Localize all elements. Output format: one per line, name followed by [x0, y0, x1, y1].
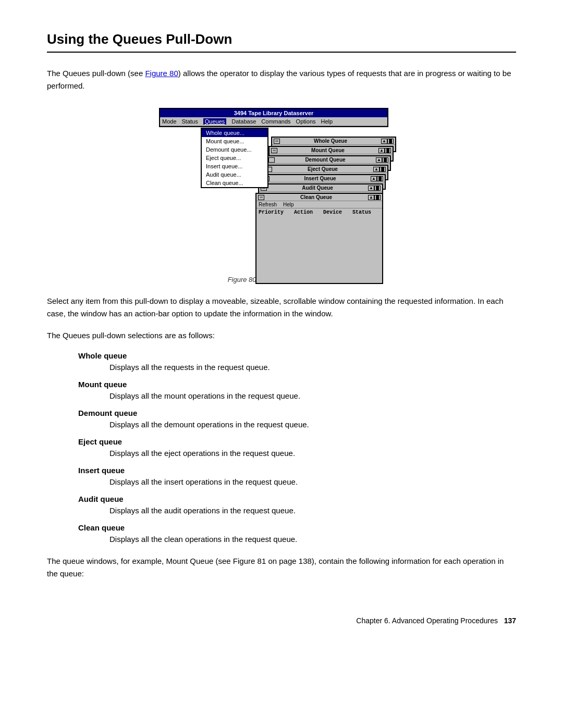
page-number: 137	[504, 616, 516, 625]
term-mount-queue: Mount queue	[78, 380, 516, 389]
term-whole-queue: Whole queue	[78, 351, 516, 360]
desc-demount-queue: Displays all the demount operations in t…	[109, 418, 516, 431]
insert-queue-title: Insert Queue	[270, 176, 371, 181]
page-content: Using the Queues Pull-Down The Queues pu…	[0, 0, 563, 656]
audit-queue-titlebar: ═ Audit Queue ▲ █	[259, 184, 382, 192]
audit-scroll-up[interactable]: ▲	[368, 186, 374, 191]
app-menubar: Mode Status Queues Database Commands Opt…	[160, 117, 387, 126]
insert-queue-titlebar: Insert Queue ▲ █	[262, 175, 385, 182]
demount-scroll-up[interactable]: ▲	[376, 157, 382, 163]
menu-status[interactable]: Status	[182, 118, 198, 125]
figure-box: 3494 Tape Library Dataserver Mode Status…	[159, 108, 404, 269]
clean-refresh-menu[interactable]: Refresh	[259, 202, 277, 207]
dropdown-clean-queue[interactable]: Clean queue...	[202, 179, 267, 187]
intro-text-before: The Queues pull-down (see	[47, 69, 145, 78]
col-device: Device	[323, 209, 342, 215]
demount-queue-titlebar: Demount Queue ▲ █	[267, 156, 390, 164]
demount-queue-title: Demount Queue	[275, 157, 376, 163]
insert-scroll-up[interactable]: ▲	[371, 176, 377, 181]
demount-minimize[interactable]	[268, 157, 275, 163]
audit-scroll-bar: █	[374, 186, 381, 191]
mount-queue-titlebar: ═ Mount Queue ▲ █	[270, 147, 393, 154]
page-footer: Chapter 6. Advanced Operating Procedures…	[47, 611, 516, 625]
whole-queue-titlebar: ═ Whole Queue ▲ █	[272, 138, 395, 145]
intro-paragraph: The Queues pull-down (see Figure 80) all…	[47, 67, 516, 92]
term-insert-queue: Insert queue	[78, 466, 516, 475]
clean-queue-menubar: Refresh Help	[256, 201, 382, 208]
col-action: Action	[294, 209, 313, 215]
desc-clean-queue: Displays all the clean operations in the…	[109, 533, 516, 546]
clean-queue-window: ═ Clean Queue ▲ █ Refresh Help Priority …	[255, 193, 383, 284]
term-clean-queue: Clean queue	[78, 523, 516, 532]
clean-help-menu[interactable]: Help	[283, 202, 294, 207]
mount-queue-scroll-up[interactable]: ▲	[378, 148, 385, 153]
definition-list: Whole queue Displays all the requests in…	[47, 351, 516, 546]
chapter-label: Chapter 6. Advanced Operating Procedures	[356, 616, 498, 625]
footer-text: The queue windows, for example, Mount Qu…	[47, 555, 516, 580]
queue-windows-stack: ═ Whole Queue ▲ █ ═ Mount Queue ▲ █	[255, 137, 396, 267]
section-title: Using the Queues Pull-Down	[47, 31, 516, 53]
whole-queue-minimize[interactable]: ═	[274, 139, 280, 144]
app-window: 3494 Tape Library Dataserver Mode Status…	[159, 108, 388, 127]
menu-queues[interactable]: Queues	[203, 118, 227, 125]
mount-queue-scroll-bar: █	[385, 148, 391, 153]
clean-queue-titlebar: ═ Clean Queue ▲ █	[256, 194, 382, 201]
clean-minimize[interactable]: ═	[258, 195, 264, 200]
term-demount-queue: Demount queue	[78, 409, 516, 417]
clean-scroll-bar: █	[374, 195, 381, 200]
mount-queue-title: Mount Queue	[277, 147, 378, 153]
desc1: Select any item from this pull-down to d…	[47, 295, 516, 320]
queues-dropdown: Whole queue... Mount queue... Demount qu…	[201, 128, 268, 188]
whole-queue-scroll-up[interactable]: ▲	[381, 139, 387, 144]
dropdown-whole-queue[interactable]: Whole queue...	[202, 129, 267, 137]
dropdown-insert-queue[interactable]: Insert queue...	[202, 162, 267, 170]
insert-scroll-bar: █	[377, 176, 383, 181]
term-audit-queue: Audit queue	[78, 495, 516, 503]
eject-scroll-up[interactable]: ▲	[373, 167, 380, 172]
eject-queue-title: Eject Queue	[272, 166, 373, 172]
whole-queue-scroll-bar: █	[387, 139, 394, 144]
dropdown-demount-queue[interactable]: Demount queue...	[202, 145, 267, 154]
clean-scroll-up[interactable]: ▲	[368, 195, 374, 200]
menu-options[interactable]: Options	[296, 118, 316, 125]
app-titlebar: 3494 Tape Library Dataserver	[160, 109, 387, 117]
dropdown-eject-queue[interactable]: Eject queue...	[202, 154, 267, 162]
col-status: Status	[352, 209, 371, 215]
desc-mount-queue: Displays all the mount operations in the…	[109, 390, 516, 402]
menu-commands[interactable]: Commands	[261, 118, 290, 125]
desc-whole-queue: Displays all the requests in the request…	[109, 361, 516, 374]
eject-queue-titlebar: Eject Queue ▲ █	[264, 166, 387, 173]
demount-scroll-bar: █	[382, 157, 388, 163]
figure-link[interactable]: Figure 80	[145, 69, 178, 78]
desc-audit-queue: Displays all the audit operations in the…	[109, 504, 516, 517]
mount-queue-minimize[interactable]: ═	[271, 148, 277, 153]
desc-insert-queue: Displays all the insert operations in th…	[109, 476, 516, 488]
col-priority: Priority	[259, 209, 284, 215]
figure-container: 3494 Tape Library Dataserver Mode Status…	[47, 108, 516, 269]
menu-database[interactable]: Database	[231, 118, 256, 125]
desc2: The Queues pull-down selections are as f…	[47, 329, 516, 342]
menu-help[interactable]: Help	[321, 118, 333, 125]
desc-eject-queue: Displays all the eject operations in the…	[109, 447, 516, 460]
term-eject-queue: Eject queue	[78, 437, 516, 446]
dropdown-audit-queue[interactable]: Audit queue...	[202, 170, 267, 179]
menu-mode[interactable]: Mode	[162, 118, 177, 125]
clean-queue-title: Clean Queue	[264, 194, 368, 200]
eject-scroll-bar: █	[380, 167, 386, 172]
audit-queue-title: Audit Queue	[267, 185, 368, 191]
whole-queue-title: Whole Queue	[280, 138, 381, 144]
clean-queue-columns: Priority Action Device Status	[256, 208, 382, 216]
dropdown-mount-queue[interactable]: Mount queue...	[202, 137, 267, 145]
